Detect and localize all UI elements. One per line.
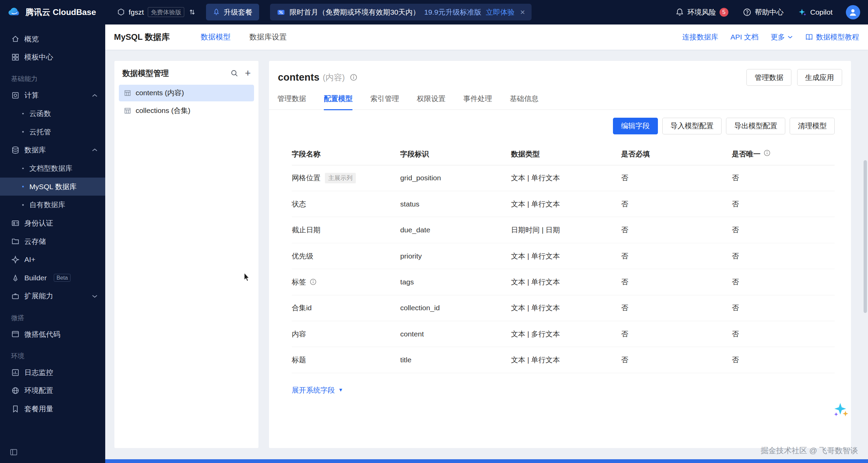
sidebar-item-weda-lowcode[interactable]: 微搭低代码 xyxy=(0,325,105,344)
model-item-collections[interactable]: collections (合集) xyxy=(119,102,254,119)
table-row[interactable]: 优先级 priority 文本 | 单行文本 否 否 xyxy=(292,243,835,269)
bottom-page-edge xyxy=(105,459,868,463)
field-required: 否 xyxy=(621,303,732,313)
add-model-button[interactable]: + xyxy=(245,69,251,77)
app-window: 腾讯云 CloudBase fgszt 免费体验版 升级套餐 限时首月（免费期或… xyxy=(0,0,868,463)
table-header-row: 字段名称 字段标识 数据类型 是否必填 是否唯一 xyxy=(292,143,835,165)
table-row[interactable]: 标题 title 文本 | 单行文本 否 否 xyxy=(292,347,835,373)
copilot-button[interactable]: Copilot xyxy=(798,8,833,17)
chevron-down-icon: ▼ xyxy=(338,387,343,393)
connect-database-link[interactable]: 连接数据库 xyxy=(682,32,719,42)
env-risk-button[interactable]: 环境风险 5 xyxy=(675,7,728,17)
banner-close-icon[interactable]: × xyxy=(520,8,525,16)
tab-database-settings[interactable]: 数据库设置 xyxy=(249,32,287,42)
clean-model-button[interactable]: 清理模型 xyxy=(790,118,835,134)
page-title: MySQL 数据库 xyxy=(114,32,170,43)
info-icon[interactable] xyxy=(763,149,771,156)
bell-icon xyxy=(675,8,684,17)
sidebar-item-builder[interactable]: Builder Beta xyxy=(0,269,105,287)
field-unique: 否 xyxy=(732,303,835,313)
api-docs-link[interactable]: API 文档 xyxy=(730,32,758,42)
sidebar-section-weda: 微搭 xyxy=(0,305,105,325)
sidebar-collapse-icon[interactable] xyxy=(10,448,18,456)
brand[interactable]: 腾讯云 CloudBase xyxy=(8,7,96,18)
folder-icon xyxy=(11,237,19,245)
sidebar-item-computing[interactable]: 计算 xyxy=(0,86,105,105)
sidebar-section-environment: 环境 xyxy=(0,343,105,363)
field-id: grid_position xyxy=(400,174,511,182)
generate-app-button[interactable]: 生成应用 xyxy=(797,69,842,86)
tab-manage-data[interactable]: 管理数据 xyxy=(277,94,306,110)
field-type: 文本 | 单行文本 xyxy=(511,199,621,209)
info-icon[interactable] xyxy=(310,278,317,285)
database-icon xyxy=(11,146,19,154)
tab-configure-model[interactable]: 配置模型 xyxy=(324,94,353,110)
sidebar-item-mysql-db[interactable]: MySQL 数据库 xyxy=(0,178,105,196)
upgrade-plan-button[interactable]: 升级套餐 xyxy=(206,4,259,20)
bullet-icon xyxy=(22,186,24,187)
tab-permission-settings[interactable]: 权限设置 xyxy=(417,94,446,110)
globe-icon xyxy=(11,386,19,395)
export-model-button[interactable]: 导出模型配置 xyxy=(726,118,785,134)
table-row[interactable]: 截止日期 due_date 日期时间 | 日期 否 否 xyxy=(292,217,835,243)
table-row[interactable]: 状态 status 文本 | 单行文本 否 否 xyxy=(292,191,835,217)
edit-fields-button[interactable]: 编辑字段 xyxy=(613,118,658,134)
sidebar-item-ai-plus[interactable]: AI+ xyxy=(0,250,105,269)
user-avatar[interactable] xyxy=(846,5,860,19)
sidebar-item-plan-usage[interactable]: 套餐用量 xyxy=(0,400,105,418)
tab-event-handling[interactable]: 事件处理 xyxy=(463,94,492,110)
sidebar-item-self-hosted-db[interactable]: 自有数据库 xyxy=(0,196,105,214)
sidebar-item-extensions[interactable]: 扩展能力 xyxy=(0,287,105,305)
sidebar-item-label: 日志监控 xyxy=(25,368,53,377)
field-type: 文本 | 单行文本 xyxy=(511,251,621,261)
manage-data-button[interactable]: 管理数据 xyxy=(746,69,791,86)
bullet-icon xyxy=(22,113,24,115)
search-icon[interactable] xyxy=(231,69,238,77)
col-header-name: 字段名称 xyxy=(292,149,400,159)
vertical-scrollbar[interactable] xyxy=(864,160,867,313)
model-tutorial-link[interactable]: 数据模型教程 xyxy=(805,32,859,42)
sidebar-item-log-monitor[interactable]: 日志监控 xyxy=(0,363,105,382)
sidebar-item-identity-auth[interactable]: 身份认证 xyxy=(0,214,105,232)
sidebar-item-template-center[interactable]: 模板中心 xyxy=(0,48,105,66)
expand-system-fields-link[interactable]: 展开系统字段 ▼ xyxy=(292,385,343,395)
tab-index-management[interactable]: 索引管理 xyxy=(370,94,399,110)
sidebar-item-document-db[interactable]: 文档型数据库 xyxy=(0,159,105,178)
field-table: 字段名称 字段标识 数据类型 是否必填 是否唯一 网格位置主展示列 grid_p… xyxy=(292,143,835,373)
tab-basic-info[interactable]: 基础信息 xyxy=(510,94,539,110)
table-row[interactable]: 合集id collection_id 文本 | 单行文本 否 否 xyxy=(292,295,835,321)
table-row[interactable]: 网格位置主展示列 grid_position 文本 | 单行文本 否 否 xyxy=(292,165,835,191)
sidebar-item-label: 身份认证 xyxy=(25,218,53,228)
info-icon[interactable] xyxy=(350,73,358,81)
import-model-button[interactable]: 导入模型配置 xyxy=(662,118,722,134)
sidebar-item-cloud-storage[interactable]: 云存储 xyxy=(0,232,105,251)
sidebar-item-cloud-function[interactable]: 云函数 xyxy=(0,104,105,123)
field-name: 优先级 xyxy=(292,251,313,261)
env-switch-icon[interactable] xyxy=(188,8,196,16)
more-dropdown[interactable]: 更多 xyxy=(771,32,793,42)
risk-count-badge: 5 xyxy=(720,8,728,17)
banner-try-link[interactable]: 立即体验 xyxy=(486,7,515,17)
table-row[interactable]: 内容 content 文本 | 多行文本 否 否 xyxy=(292,321,835,347)
upgrade-label: 升级套餐 xyxy=(224,7,253,17)
sidebar-item-label: 套餐用量 xyxy=(25,404,53,414)
field-name: 标签 xyxy=(292,277,306,287)
help-center-button[interactable]: 帮助中心 xyxy=(743,7,784,17)
field-name: 截止日期 xyxy=(292,225,321,235)
model-item-contents[interactable]: contents (内容) xyxy=(119,85,254,101)
id-card-icon xyxy=(11,219,19,227)
sidebar-item-database[interactable]: 数据库 xyxy=(0,141,105,159)
help-label: 帮助中心 xyxy=(755,7,784,17)
banner-price: 19.9元升级标准版 xyxy=(424,7,482,17)
sidebar-item-cloud-run[interactable]: 云托管 xyxy=(0,123,105,141)
copilot-fab[interactable] xyxy=(833,401,849,418)
tab-data-model[interactable]: 数据模型 xyxy=(201,32,231,42)
env-selector[interactable]: fgszt 免费体验版 xyxy=(117,7,196,17)
watermark: 掘金技术社区 @ 飞哥数智谈 xyxy=(761,445,858,456)
field-name: 网格位置 xyxy=(292,173,321,183)
rocket-icon xyxy=(212,8,220,16)
sidebar-item-env-config[interactable]: 环境配置 xyxy=(0,382,105,400)
sidebar-item-overview[interactable]: 概览 xyxy=(0,30,105,48)
table-icon xyxy=(124,107,131,114)
table-row[interactable]: 标签 tags 文本 | 单行文本 否 否 xyxy=(292,269,835,295)
